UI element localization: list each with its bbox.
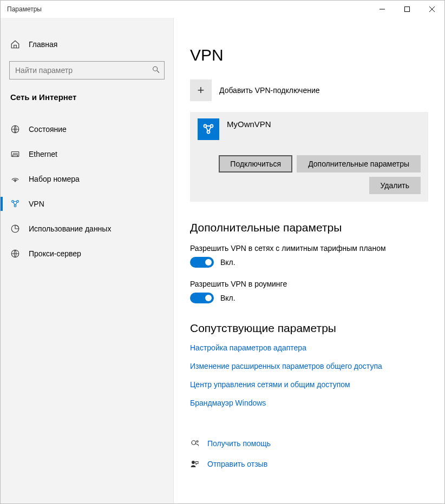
- svg-point-20: [211, 125, 213, 128]
- sidebar-item-data-usage[interactable]: Использование данных: [1, 216, 173, 241]
- toggle-roaming-row: Вкл.: [190, 293, 428, 303]
- link-firewall[interactable]: Брандмауэр Windows: [190, 399, 428, 407]
- maximize-button[interactable]: [395, 1, 420, 18]
- vpn-buttons-row: Подключиться Дополнительные параметры Уд…: [198, 155, 421, 194]
- related-links-section: Сопутствующие параметры Настройка параме…: [190, 322, 428, 407]
- settings-window: Параметры Главная: [0, 0, 445, 504]
- data-usage-icon: [10, 224, 20, 234]
- sidebar-item-proxy[interactable]: Прокси-сервер: [1, 241, 173, 266]
- svg-point-24: [192, 461, 195, 464]
- toggle-metered-label: Разрешить VPN в сетях с лимитным тарифны…: [190, 244, 428, 253]
- sidebar-item-label: VPN: [29, 200, 44, 208]
- help-row: Получить помощь: [190, 439, 428, 448]
- advanced-options-button[interactable]: Дополнительные параметры: [297, 155, 421, 173]
- feedback-link[interactable]: Отправить отзыв: [207, 460, 267, 468]
- svg-point-23: [197, 441, 198, 442]
- svg-point-15: [17, 201, 19, 203]
- svg-point-13: [15, 181, 16, 182]
- sidebar: Главная Сеть и Интернет Состояние: [1, 18, 174, 503]
- toggle-metered-state: Вкл.: [220, 258, 235, 267]
- ethernet-icon: [10, 149, 20, 159]
- get-help-link[interactable]: Получить помощь: [207, 439, 271, 448]
- sidebar-item-dialup[interactable]: Набор номера: [1, 167, 173, 191]
- proxy-icon: [10, 249, 20, 258]
- window-controls: [370, 1, 444, 18]
- svg-point-19: [204, 125, 207, 128]
- status-icon: [10, 124, 20, 134]
- titlebar: Параметры: [1, 1, 444, 18]
- sidebar-item-label: Прокси-сервер: [29, 249, 81, 258]
- content-area: Главная Сеть и Интернет Состояние: [1, 18, 444, 503]
- dialup-icon: [10, 174, 20, 184]
- connect-button[interactable]: Подключиться: [219, 155, 292, 173]
- svg-point-22: [192, 441, 196, 445]
- related-section-header: Сопутствующие параметры: [190, 322, 428, 335]
- vpn-card-header: MyOwnVPN: [198, 118, 421, 140]
- category-header: Сеть и Интернет: [1, 89, 173, 109]
- sidebar-item-label: Использование данных: [29, 224, 111, 233]
- svg-rect-1: [405, 7, 410, 12]
- sidebar-item-label: Ethernet: [29, 150, 57, 158]
- add-vpn-button[interactable]: + Добавить VPN-подключение: [190, 79, 428, 101]
- home-label: Главная: [29, 40, 57, 49]
- link-network-center[interactable]: Центр управления сетями и общим доступом: [190, 380, 428, 389]
- feedback-icon: [190, 459, 200, 469]
- vpn-tile-icon: [198, 118, 219, 140]
- link-sharing-settings[interactable]: Изменение расширенных параметров общего …: [190, 362, 428, 370]
- toggle-roaming-label: Разрешить VPN в роуминге: [190, 280, 428, 288]
- svg-rect-8: [13, 155, 18, 157]
- toggle-roaming-state: Вкл.: [220, 294, 235, 302]
- search-icon: [152, 65, 160, 76]
- plus-icon: +: [190, 79, 212, 101]
- sidebar-item-vpn[interactable]: VPN: [1, 191, 173, 216]
- search-input[interactable]: [9, 61, 165, 79]
- toggle-metered[interactable]: [190, 257, 214, 268]
- window-title: Параметры: [7, 5, 42, 13]
- svg-line-5: [157, 71, 159, 73]
- advanced-section-header: Дополнительные параметры: [190, 221, 428, 234]
- help-icon: [190, 439, 200, 448]
- vpn-icon: [10, 199, 20, 209]
- svg-point-4: [153, 67, 158, 71]
- sidebar-item-status[interactable]: Состояние: [1, 117, 173, 142]
- sidebar-item-label: Набор номера: [29, 175, 80, 183]
- main-panel: VPN + Добавить VPN-подключение MyOwnVPN …: [174, 18, 444, 503]
- add-vpn-label: Добавить VPN-подключение: [219, 86, 320, 95]
- toggle-metered-row: Вкл.: [190, 257, 428, 268]
- sidebar-item-ethernet[interactable]: Ethernet: [1, 142, 173, 167]
- vpn-connection-card[interactable]: MyOwnVPN Подключиться Дополнительные пар…: [190, 112, 428, 202]
- sidebar-item-label: Состояние: [29, 125, 67, 134]
- feedback-row: Отправить отзыв: [190, 459, 428, 469]
- delete-button[interactable]: Удалить: [369, 177, 421, 194]
- search-container: [9, 61, 165, 79]
- home-icon: [10, 39, 20, 49]
- link-adapter-settings[interactable]: Настройка параметров адаптера: [190, 343, 428, 352]
- close-button[interactable]: [420, 1, 444, 18]
- minimize-button[interactable]: [370, 1, 395, 18]
- home-button[interactable]: Главная: [1, 34, 173, 55]
- page-title: VPN: [190, 46, 428, 64]
- vpn-connection-name: MyOwnVPN: [227, 118, 271, 129]
- svg-point-14: [12, 201, 14, 203]
- toggle-roaming[interactable]: [190, 293, 214, 303]
